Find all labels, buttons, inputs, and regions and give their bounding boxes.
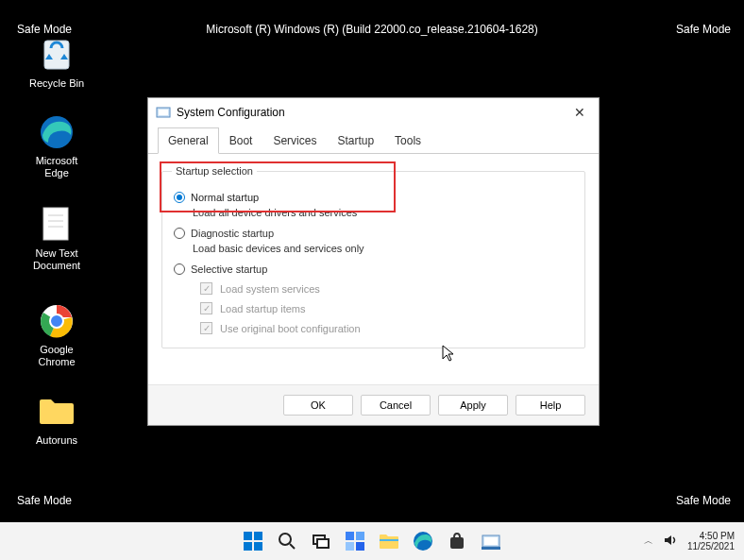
store-button[interactable]	[442, 526, 472, 556]
desktop-icon-label: New Text Document	[23, 247, 91, 272]
svg-rect-24	[450, 537, 464, 549]
windows-build-label: Microsoft (R) Windows (R) (Build 22000.c…	[206, 23, 538, 36]
svg-rect-27	[482, 547, 500, 550]
cancel-button[interactable]: Cancel	[361, 395, 431, 416]
taskbar: ︿ 4:50 PM 11/25/2021	[0, 522, 744, 560]
safe-mode-label-tl: Safe Mode	[17, 23, 72, 36]
svg-rect-13	[254, 542, 262, 551]
svg-rect-9	[159, 110, 168, 115]
radio-label: Normal startup	[191, 192, 259, 203]
svg-rect-22	[380, 539, 398, 541]
startup-selection-group: Startup selection Normal startup Load al…	[161, 165, 585, 348]
safe-mode-label-tr: Safe Mode	[676, 23, 731, 36]
svg-rect-18	[346, 532, 354, 540]
dialog-buttons: OK Cancel Apply Help	[148, 384, 599, 425]
tab-startup[interactable]: Startup	[327, 127, 384, 154]
help-button[interactable]: Help	[516, 395, 585, 416]
svg-point-14	[279, 534, 291, 545]
checkbox-icon: ✓	[200, 282, 212, 295]
svg-rect-10	[244, 532, 252, 540]
start-button[interactable]	[238, 526, 268, 556]
checkbox-icon: ✓	[200, 322, 212, 334]
desktop-icon-recycle-bin[interactable]: Recycle Bin	[23, 36, 91, 90]
msconfig-taskbar-button[interactable]	[476, 526, 506, 556]
checkbox-label: Use original boot configuration	[220, 323, 361, 334]
desktop-icon-text-document[interactable]: New Text Document	[23, 206, 91, 272]
tab-services[interactable]: Services	[262, 127, 327, 154]
radio-diagnostic-desc: Load basic devices and services only	[193, 243, 573, 254]
svg-rect-19	[356, 532, 364, 540]
tab-general[interactable]: General	[158, 127, 219, 154]
radio-label: Diagnostic startup	[191, 228, 274, 239]
svg-point-7	[50, 314, 63, 328]
svg-rect-20	[346, 542, 354, 551]
edge-icon	[38, 113, 76, 151]
checkbox-icon: ✓	[200, 302, 212, 314]
tray-chevron-icon[interactable]: ︿	[644, 535, 653, 548]
folder-icon	[38, 393, 76, 431]
taskbar-tray: ︿ 4:50 PM 11/25/2021	[644, 531, 735, 552]
radio-selective-startup[interactable]: Selective startup	[174, 263, 573, 275]
svg-rect-26	[484, 537, 498, 545]
safe-mode-label-br: Safe Mode	[676, 494, 731, 507]
desktop-icon-label: Microsoft Edge	[23, 155, 91, 179]
check-load-system-services: ✓ Load system services	[200, 282, 573, 295]
desktop-icon-label: Recycle Bin	[29, 77, 84, 90]
system-configuration-dialog: System Configuration ✕ General Boot Serv…	[147, 97, 600, 426]
radio-normal-desc: Load all device drivers and services	[193, 207, 573, 218]
taskbar-center	[238, 526, 506, 556]
tab-boot[interactable]: Boot	[219, 127, 263, 154]
tabs: General Boot Services Startup Tools	[148, 127, 599, 154]
check-load-startup-items: ✓ Load startup items	[200, 302, 573, 314]
svg-rect-2	[43, 208, 68, 240]
msconfig-icon	[156, 105, 171, 120]
radio-normal-startup[interactable]: Normal startup	[174, 192, 573, 203]
checkbox-label: Load startup items	[220, 303, 306, 314]
dialog-title: System Configuration	[177, 106, 568, 119]
ok-button[interactable]: OK	[283, 395, 353, 416]
safe-mode-label-bl: Safe Mode	[17, 494, 72, 507]
widgets-button[interactable]	[340, 526, 370, 556]
svg-rect-21	[356, 542, 364, 551]
clock-time: 4:50 PM	[687, 531, 735, 542]
edge-taskbar-button[interactable]	[408, 526, 438, 556]
clock-date: 11/25/2021	[687, 541, 735, 552]
check-use-original-boot: ✓ Use original boot configuration	[200, 322, 573, 334]
desktop-icon-edge[interactable]: Microsoft Edge	[23, 113, 91, 179]
svg-rect-17	[317, 539, 329, 548]
chrome-icon	[38, 302, 76, 340]
close-button[interactable]: ✕	[568, 105, 591, 120]
search-button[interactable]	[272, 526, 302, 556]
desktop-icon-chrome[interactable]: Google Chrome	[23, 302, 91, 368]
file-explorer-button[interactable]	[374, 526, 404, 556]
tab-tools[interactable]: Tools	[384, 127, 431, 154]
desktop-icon-autoruns[interactable]: Autoruns	[23, 393, 91, 447]
radio-icon	[174, 263, 185, 275]
recycle-bin-icon	[38, 36, 76, 74]
sound-icon[interactable]	[663, 533, 678, 550]
radio-icon	[174, 192, 185, 203]
radio-icon	[174, 228, 185, 239]
svg-rect-12	[244, 542, 252, 551]
svg-rect-11	[254, 532, 262, 540]
radio-label: Selective startup	[191, 263, 267, 275]
desktop-icon-label: Google Chrome	[23, 344, 91, 368]
svg-line-15	[290, 544, 295, 549]
fieldset-legend: Startup selection	[172, 165, 257, 177]
svg-rect-0	[44, 41, 69, 69]
apply-button[interactable]: Apply	[438, 395, 508, 416]
desktop-icon-label: Autoruns	[36, 434, 77, 447]
checkbox-label: Load system services	[220, 283, 320, 295]
text-file-icon	[38, 206, 76, 244]
radio-diagnostic-startup[interactable]: Diagnostic startup	[174, 228, 573, 239]
taskbar-clock[interactable]: 4:50 PM 11/25/2021	[687, 531, 735, 552]
task-view-button[interactable]	[306, 526, 336, 556]
titlebar[interactable]: System Configuration ✕	[148, 98, 599, 127]
general-panel: Startup selection Normal startup Load al…	[148, 154, 599, 384]
